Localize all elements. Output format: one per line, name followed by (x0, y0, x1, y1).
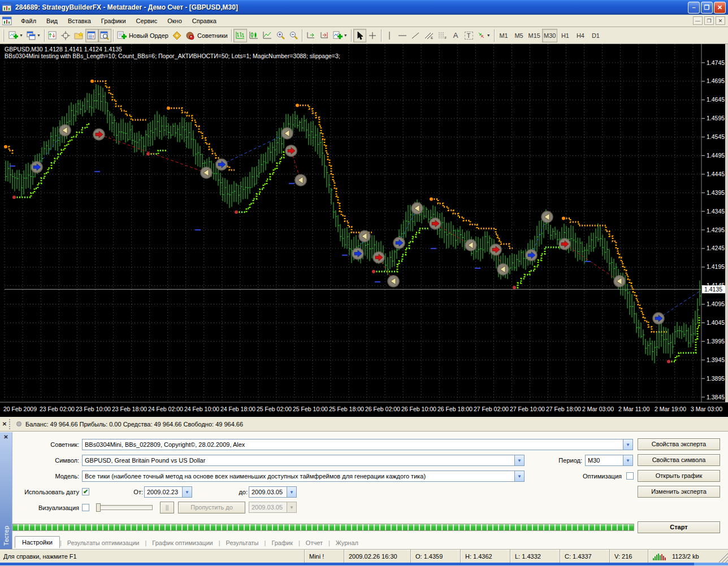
tab-report[interactable]: Отчет (300, 538, 328, 548)
open-chart-button[interactable]: Открыть график (638, 470, 720, 482)
vertical-line-button[interactable] (383, 29, 396, 42)
timeframe-h4-button[interactable]: H4 (573, 29, 588, 42)
market-watch-button[interactable] (85, 29, 98, 42)
timeframe-m1-button[interactable]: M1 (496, 29, 512, 42)
chevron-down-icon: ▼ (487, 33, 491, 37)
tester-close-icon[interactable]: ✕ (3, 434, 8, 440)
tab-graph[interactable]: График (266, 538, 298, 548)
horizontal-line-button[interactable] (396, 29, 409, 42)
cursor-button[interactable] (353, 29, 366, 42)
timeframe-h1-button[interactable]: H1 (557, 29, 573, 42)
tab-opt-results[interactable]: Результаты оптимизации (62, 538, 145, 548)
data-window-button[interactable] (98, 29, 111, 42)
child-restore-button[interactable]: ❐ (704, 16, 714, 25)
period-select[interactable]: M30 ▼ (585, 455, 633, 466)
metaeditor-button[interactable] (170, 29, 184, 42)
expert-properties-button[interactable]: Свойства эксперта (638, 438, 720, 450)
optimization-checkbox[interactable] (626, 472, 634, 480)
chart-shift-button[interactable] (318, 29, 331, 42)
chart-canvas[interactable]: 1.47451.46951.46451.45951.45451.44951.44… (0, 44, 728, 417)
expert-label: Советник: (12, 439, 79, 450)
chevron-down-icon[interactable]: ▼ (287, 487, 296, 497)
auto-scroll-button[interactable] (304, 29, 318, 42)
child-close-button[interactable]: ✕ (716, 16, 725, 25)
period-label: Период: (538, 455, 582, 466)
zoom-in-button[interactable] (274, 29, 287, 42)
tab-results[interactable]: Результаты (220, 538, 265, 548)
svg-text:1.4645: 1.4645 (707, 96, 725, 103)
visualization-speed-slider[interactable] (96, 505, 153, 510)
chevron-down-icon[interactable]: ▼ (623, 439, 632, 450)
chevron-down-icon[interactable]: ▼ (514, 455, 524, 465)
close-button[interactable]: ✕ (714, 2, 726, 14)
tab-journal[interactable]: Журнал (330, 538, 364, 548)
modify-expert-button[interactable]: Изменить эксперта (638, 486, 720, 498)
model-select[interactable]: Все тики (наиболее точный метод на основ… (82, 471, 525, 482)
menu-help[interactable]: Справка (187, 16, 222, 26)
trendline-button[interactable] (409, 29, 422, 42)
text-label-button[interactable]: T (462, 29, 475, 42)
favorites-button[interactable] (72, 29, 85, 42)
visualization-checkbox[interactable] (82, 504, 89, 511)
tick-chart-button[interactable] (46, 29, 59, 42)
new-chart-button[interactable]: ▼ (7, 29, 25, 42)
timeframe-m5-button[interactable]: M5 (512, 29, 527, 42)
chevron-down-icon[interactable]: ▼ (623, 455, 632, 465)
profiles-button[interactable]: ▼ (25, 29, 42, 42)
tab-opt-graph[interactable]: График оптимизации (146, 538, 218, 548)
svg-text:1.3845: 1.3845 (707, 394, 725, 400)
svg-text:26 Feb 02:00: 26 Feb 02:00 (365, 406, 400, 412)
menu-service[interactable]: Сервис (131, 16, 163, 26)
label-glyph: T (465, 32, 473, 40)
status-high-price: H: 1.4362 (460, 550, 510, 563)
channel-button[interactable]: E (422, 29, 436, 42)
bar-chart-button[interactable] (233, 29, 247, 42)
date-to-select[interactable]: 2009.03.05 ▼ (249, 486, 297, 498)
chevron-down-icon[interactable]: ▼ (514, 471, 524, 481)
text-tool-button[interactable]: A (449, 29, 462, 42)
skip-to-button[interactable]: Пропустить до (178, 502, 245, 513)
chevron-down-icon[interactable]: ▼ (182, 487, 192, 497)
tester-tabs: Настройки|Результаты оптимизации|График … (15, 536, 364, 548)
arrows-tool-button[interactable]: ▼ (475, 29, 492, 42)
account-bar-grip[interactable] (9, 419, 12, 429)
expert-select[interactable]: BBs0304Mini, BBs_022809, Copyright©, 28.… (82, 439, 633, 450)
use-date-checkbox[interactable]: ✔ (82, 488, 89, 495)
start-button[interactable]: Старт (638, 521, 720, 533)
svg-text:20 Feb 2009: 20 Feb 2009 (3, 406, 37, 412)
chart-area[interactable]: 1.47451.46951.46451.45951.45451.44951.44… (0, 44, 728, 417)
fibonacci-button[interactable]: F (436, 29, 449, 42)
timeframe-d1-button[interactable]: D1 (588, 29, 603, 42)
maximize-button[interactable]: ❐ (701, 2, 713, 14)
crosshair-button[interactable] (59, 29, 72, 42)
svg-text:25 Feb 02:00: 25 Feb 02:00 (257, 406, 292, 412)
indicators-button[interactable]: ▼ (331, 29, 349, 42)
account-bar-close-icon[interactable]: ✕ (0, 421, 9, 427)
line-chart-button[interactable] (261, 29, 274, 42)
menu-insert[interactable]: Вставка (63, 16, 96, 26)
menu-view[interactable]: Вид (41, 16, 63, 26)
crosshair-tool-button[interactable] (366, 29, 379, 42)
menu-charts[interactable]: Графики (96, 16, 131, 26)
menu-file[interactable]: Файл (16, 16, 41, 26)
resize-grip[interactable] (719, 550, 728, 563)
child-minimize-button[interactable]: — (693, 16, 703, 25)
minimize-button[interactable]: – (688, 2, 700, 14)
slider-thumb[interactable] (96, 503, 101, 512)
experts-button[interactable]: Советники (184, 29, 229, 42)
svg-text:24 Feb 18:00: 24 Feb 18:00 (220, 406, 255, 412)
svg-text:E: E (431, 36, 433, 40)
svg-text:1.3945: 1.3945 (707, 356, 725, 363)
new-order-button[interactable]: Новый Ордер (115, 29, 170, 42)
toolbar-grip[interactable] (3, 29, 5, 42)
timeframe-m30-button[interactable]: M30 (542, 29, 557, 42)
zoom-out-button[interactable] (287, 29, 300, 42)
timeframe-m15-button[interactable]: M15 (527, 29, 542, 42)
candlestick-button[interactable] (247, 29, 261, 42)
date-from-select[interactable]: 2009.02.23 ▼ (144, 486, 192, 498)
menu-window[interactable]: Окно (162, 16, 187, 26)
pause-button[interactable]: || (160, 502, 174, 513)
symbol-select[interactable]: GBPUSD, Great Britain Pound vs US Dollar… (82, 455, 525, 466)
tab-settings[interactable]: Настройки (15, 536, 60, 548)
symbol-properties-button[interactable]: Свойства символа (638, 454, 720, 466)
